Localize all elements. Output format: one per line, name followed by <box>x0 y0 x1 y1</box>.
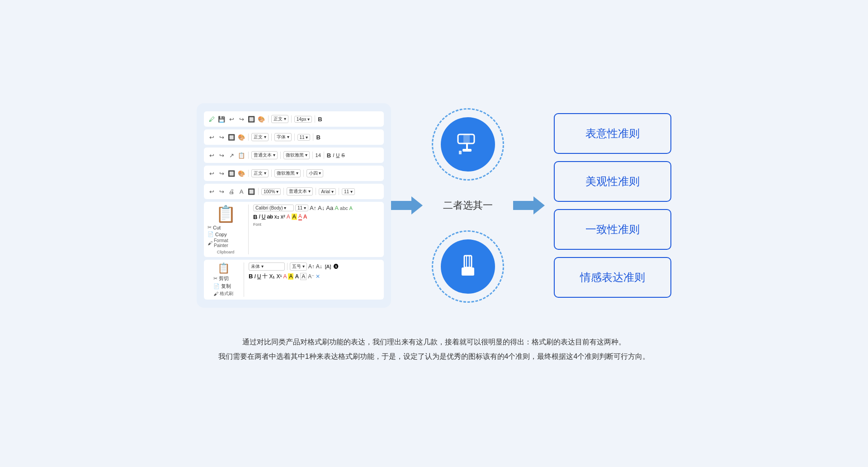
a2-icon: A <box>349 205 353 211</box>
separator <box>339 188 339 195</box>
paint2-icon: 🎨 <box>237 133 245 141</box>
cn-paste-icon-box: 📋 <box>217 262 230 274</box>
separator <box>313 133 313 141</box>
fontsize2-dropdown[interactable]: 11 ▾ <box>297 134 311 141</box>
cn-sup[interactable]: X¹ <box>276 273 282 280</box>
cn-right: 未体 ▾ 五号 ▾ A↑ A↓ [A] 🅐 B I U 十 X₁ X¹ A A <box>249 262 380 297</box>
clipboard-separator <box>248 205 249 254</box>
style3-dropdown[interactable]: 普通文本 ▾ <box>251 151 278 159</box>
cn-copy-icon: 📄 <box>213 283 220 289</box>
paint-roller-svg <box>454 131 481 158</box>
cn-shrink-icon: A↓ <box>316 263 322 270</box>
style-dropdown[interactable]: 正文 ▾ <box>271 115 288 123</box>
cut-action: ✂ Cut <box>208 224 244 230</box>
copy-label: Copy <box>215 232 227 237</box>
font-underline-color-en[interactable]: A <box>298 213 302 220</box>
font-section-label: Font <box>253 222 380 227</box>
cn-color-icon: 🅐 <box>334 264 339 269</box>
font3-dropdown[interactable]: 微软雅黑 ▾ <box>283 151 310 159</box>
cn-underline[interactable]: U <box>257 273 261 280</box>
clipboard-right: Calibri (Body) ▾ 11 ▾ A↑ A↓ Aa A abc A B… <box>253 205 380 254</box>
fontsize5-dropdown[interactable]: 11 ▾ <box>342 188 355 195</box>
paint-icon: 🎨 <box>257 115 265 123</box>
toolbar-panel: 🖊 💾 ↩ ↪ 🔲 🎨 正文 ▾ 14px ▾ B ↩ ↪ 🔲 🎨 正文 ▾ 字… <box>197 103 391 308</box>
cut-label: Cut <box>213 225 221 230</box>
fontsize4-dropdown[interactable]: 小四 ▾ <box>307 169 324 177</box>
redo3-icon: ↪ <box>217 151 226 159</box>
cn-bold[interactable]: B <box>249 273 253 280</box>
paste-big-icon: 📋 <box>216 205 236 224</box>
bottom-line2: 我们需要在两者中选着其中1种来表达格式刷功能，于是，设定了认为是优秀的图标该有的… <box>218 349 650 364</box>
italic-en[interactable]: I <box>259 214 260 220</box>
font2-dropdown[interactable]: 字体 ▾ <box>274 133 292 141</box>
clipboard-left: 📋 ✂ Cut 📄 Copy 🖌 Format Painter <box>208 205 244 254</box>
cn-font-color2[interactable]: A <box>295 273 299 280</box>
size-dropdown[interactable]: 14px ▾ <box>294 116 312 123</box>
separator <box>316 188 316 195</box>
italic3-btn[interactable]: I <box>333 152 334 158</box>
bold-btn[interactable]: B <box>318 116 322 123</box>
separator <box>268 115 269 123</box>
cn-copy-label: 复制 <box>221 283 231 290</box>
undo5-icon: ↩ <box>208 187 216 195</box>
svg-rect-5 <box>459 151 462 154</box>
highlight-en[interactable]: A <box>292 214 297 220</box>
font-color-en[interactable]: A <box>287 214 290 220</box>
save-icon: 💾 <box>217 115 226 123</box>
svg-rect-3 <box>466 143 468 150</box>
color-a-icon: A <box>335 205 339 211</box>
cn-sub[interactable]: X₁ <box>269 273 275 280</box>
underline-en[interactable]: U <box>262 214 266 220</box>
edit-icon: 🖊 <box>208 115 216 123</box>
cn-font-dropdown[interactable]: 未体 ▾ <box>249 262 285 271</box>
case-icon: Aa <box>326 205 333 211</box>
bold3-btn[interactable]: B <box>327 152 331 159</box>
cn-font-extra[interactable]: A⁻ <box>308 273 314 280</box>
font5-dropdown[interactable]: Arial ▾ <box>319 188 336 195</box>
style2-dropdown[interactable]: 正文 ▾ <box>251 133 269 141</box>
right-arrow-svg <box>513 194 545 217</box>
bold-en[interactable]: B <box>253 214 257 220</box>
cn-ext-icon: [A] <box>324 264 332 269</box>
cn-highlight[interactable]: A <box>288 273 293 280</box>
separator <box>291 115 292 123</box>
separator <box>280 152 281 159</box>
cn-italic[interactable]: I <box>254 273 255 280</box>
cn-font-color3[interactable]: A <box>300 273 307 280</box>
fontsize-en-dropdown[interactable]: 11 ▾ <box>295 205 308 211</box>
svg-rect-6 <box>464 256 472 267</box>
criteria-box-2: 美观性准则 <box>554 161 671 202</box>
separator <box>303 170 304 177</box>
cn-font-clear[interactable]: ✕ <box>316 273 320 280</box>
svg-rect-4 <box>462 149 472 152</box>
redo5-icon: ↪ <box>217 187 226 195</box>
calibri-dropdown[interactable]: Calibri (Body) ▾ <box>253 205 294 211</box>
cn-strike[interactable]: 十 <box>262 272 268 280</box>
font-color2-en[interactable]: A <box>303 214 307 220</box>
bold2-btn[interactable]: B <box>316 134 320 141</box>
font4-dropdown[interactable]: 微软雅黑 ▾ <box>274 169 301 177</box>
cn-font-color[interactable]: A <box>283 273 287 280</box>
subscript-en[interactable]: x₂ <box>274 214 279 220</box>
left-arrow <box>391 194 423 217</box>
strike-en[interactable]: ab <box>267 214 273 220</box>
format-painter-action: 🖌 Format Painter <box>208 238 244 248</box>
superscript-en[interactable]: x² <box>281 214 285 220</box>
criteria-text-1: 表意性准则 <box>585 126 640 141</box>
style4-dropdown[interactable]: 正文 ▾ <box>251 169 269 177</box>
cn-cut-icon: ✂ <box>213 276 217 281</box>
cn-grow-icon: A↑ <box>308 263 315 270</box>
brush-circle <box>432 230 504 303</box>
separator <box>324 152 324 159</box>
cn-fontsize-dropdown[interactable]: 五号 ▾ <box>290 262 307 271</box>
paint-roller-circle <box>432 108 504 181</box>
criteria-box-3: 一致性准则 <box>554 209 671 250</box>
circles-column: 二者选其一 <box>432 108 504 303</box>
style5-dropdown[interactable]: 普通文本 ▾ <box>287 187 313 195</box>
pct5-dropdown[interactable]: 100% ▾ <box>261 188 281 195</box>
svg-rect-10 <box>462 272 474 276</box>
cut-icon: ✂ <box>208 224 212 230</box>
underline3-btn[interactable]: U <box>336 152 340 158</box>
separator <box>271 133 272 141</box>
strike3-btn[interactable]: S <box>341 152 344 158</box>
